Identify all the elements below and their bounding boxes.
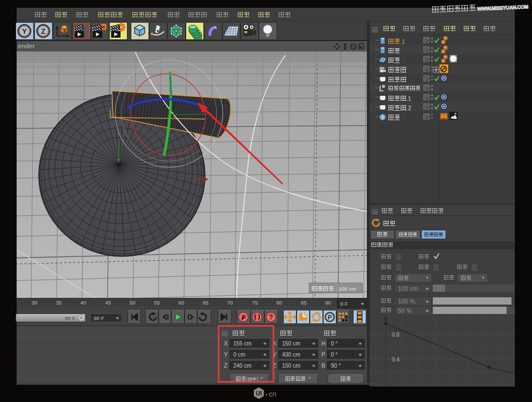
svg-text:P: P xyxy=(328,314,332,321)
svg-text:cn: cn xyxy=(269,390,277,398)
svg-text:UI: UI xyxy=(256,390,262,396)
svg-text:?: ? xyxy=(269,313,273,321)
svg-text:Z: Z xyxy=(41,27,45,35)
svg-text:0.4: 0.4 xyxy=(392,357,400,363)
svg-text:0.8: 0.8 xyxy=(392,332,400,338)
svg-text:Y: Y xyxy=(22,27,27,35)
